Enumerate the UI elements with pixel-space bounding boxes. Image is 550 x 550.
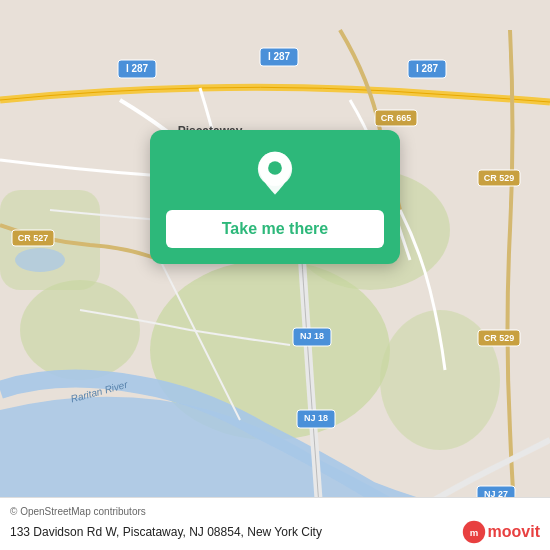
road-label-cr529-bot: CR 529: [484, 333, 515, 343]
take-me-there-button[interactable]: Take me there: [166, 210, 384, 248]
road-label-cr665: CR 665: [381, 113, 412, 123]
bottom-bar: © OpenStreetMap contributors 133 Davidso…: [0, 497, 550, 550]
svg-text:m: m: [469, 527, 478, 538]
svg-point-3: [20, 280, 140, 380]
road-label-cr527: CR 527: [18, 233, 49, 243]
svg-point-18: [268, 161, 282, 175]
road-label-nj18-bot: NJ 18: [304, 413, 328, 423]
road-label-nj18-top: NJ 18: [300, 331, 324, 341]
map-attribution: © OpenStreetMap contributors: [10, 506, 540, 517]
address-text: 133 Davidson Rd W, Piscataway, NJ 08854,…: [10, 525, 454, 539]
road-label-i287-right: I 287: [416, 63, 439, 74]
svg-point-6: [15, 248, 65, 272]
map-svg: I 287 I 287 I 287 CR 665 CR 529 CR 529 C…: [0, 0, 550, 550]
address-line: 133 Davidson Rd W, Piscataway, NJ 08854,…: [10, 520, 540, 544]
road-label-i287-left: I 287: [126, 63, 149, 74]
osm-copyright: © OpenStreetMap contributors: [10, 506, 146, 517]
moovit-text: moovit: [488, 523, 540, 541]
location-pin-icon: [251, 150, 299, 198]
location-card: Take me there: [150, 130, 400, 264]
moovit-logo: m moovit: [462, 520, 540, 544]
road-label-cr529-top: CR 529: [484, 173, 515, 183]
moovit-icon: m: [462, 520, 486, 544]
map-container: I 287 I 287 I 287 CR 665 CR 529 CR 529 C…: [0, 0, 550, 550]
road-label-i287-mid: I 287: [268, 51, 291, 62]
